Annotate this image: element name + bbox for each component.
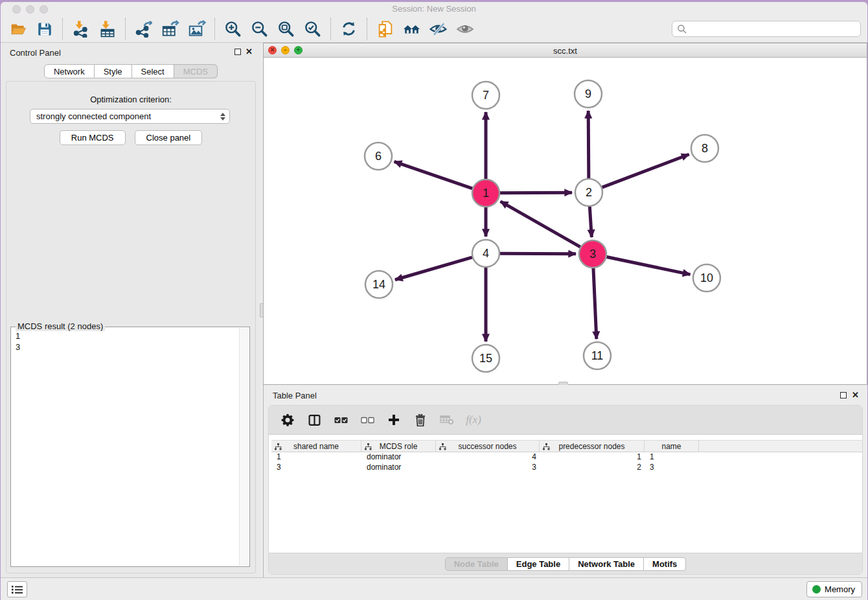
tab-network-table[interactable]: Network Table [569, 557, 644, 571]
node-14[interactable]: 14 [365, 271, 393, 298]
cell-MCDS-role[interactable]: dominator [361, 452, 436, 463]
tab-select[interactable]: Select [132, 64, 174, 78]
cell-predecessor-nodes[interactable]: 2 [540, 463, 645, 473]
edge-4-14[interactable] [395, 257, 472, 280]
cell-successor-nodes[interactable]: 4 [436, 452, 540, 463]
search-input[interactable] [687, 23, 860, 36]
import-table-button[interactable] [94, 18, 120, 40]
node-2[interactable]: 2 [575, 179, 602, 206]
save-session-button[interactable] [31, 18, 58, 40]
cell-shared-name[interactable]: 1 [271, 452, 361, 463]
status-bar: Memory [1, 577, 867, 600]
column-header-shared-name[interactable]: shared name [271, 441, 361, 452]
optimization-criterion-select[interactable]: strongly connected component [30, 109, 230, 124]
edge-3-10[interactable] [607, 257, 691, 275]
table-panel-title: Table Panel [273, 391, 317, 400]
hide-selected-button[interactable] [425, 18, 451, 40]
node-6[interactable]: 6 [365, 143, 392, 170]
node-7[interactable]: 7 [472, 82, 499, 109]
edge-3-11[interactable] [593, 268, 597, 339]
network-canvas[interactable]: 7968124314101511 [264, 58, 867, 384]
search-icon [677, 24, 687, 34]
edge-2-3[interactable] [589, 207, 591, 237]
zoom-fit-button[interactable] [273, 18, 299, 40]
control-panel-tabs: NetworkStyleSelectMCDS [1, 64, 261, 78]
close-panel-button[interactable]: Close panel [135, 130, 203, 145]
column-header-name[interactable]: name [645, 441, 699, 452]
deselect-all-columns-button[interactable] [359, 411, 376, 428]
tab-style[interactable]: Style [95, 64, 132, 78]
tab-motifs[interactable]: Motifs [644, 557, 686, 571]
table-row[interactable]: 3dominator323 [271, 463, 862, 473]
edge-2-9[interactable] [588, 111, 589, 178]
toolbar-separator [62, 18, 63, 40]
tab-mcds[interactable]: MCDS [174, 64, 218, 78]
node-4[interactable]: 4 [472, 240, 499, 267]
node-15[interactable]: 15 [472, 345, 499, 372]
search-field[interactable] [672, 21, 861, 37]
edge-2-8[interactable] [602, 154, 689, 187]
select-stepper-icon [220, 113, 227, 121]
import-network-button[interactable] [67, 18, 94, 40]
new-network-from-selection-button[interactable] [372, 18, 398, 40]
column-header-predecessor-nodes[interactable]: predecessor nodes [540, 441, 645, 452]
table-options-button[interactable] [279, 411, 296, 428]
close-panel-icon[interactable]: ✕ [246, 47, 253, 56]
home-view-button[interactable] [398, 18, 425, 40]
tab-node-table[interactable]: Node Table [445, 557, 508, 571]
edge-1-6[interactable] [394, 161, 473, 188]
show-columns-button[interactable] [306, 411, 323, 428]
edge-3-1[interactable] [501, 202, 580, 247]
tree-icon [365, 443, 372, 450]
zoom-in-button[interactable] [220, 18, 246, 40]
run-mcds-button[interactable]: Run MCDS [60, 130, 126, 145]
zoom-selected-button[interactable] [299, 18, 326, 40]
node-11[interactable]: 11 [584, 342, 611, 369]
delete-columns-button[interactable] [412, 411, 429, 428]
list-icon [12, 585, 23, 594]
cell-successor-nodes[interactable]: 3 [436, 463, 540, 473]
houses-icon [402, 21, 422, 38]
float-panel-icon[interactable] [234, 49, 241, 55]
save-icon [36, 21, 53, 38]
network-window-titlebar: ✕ − + scc.txt [264, 43, 867, 58]
task-history-button[interactable] [7, 581, 27, 597]
node-8[interactable]: 8 [691, 135, 718, 162]
refresh-button[interactable] [336, 18, 362, 40]
open-session-button[interactable] [5, 18, 31, 40]
float-table-panel-icon[interactable] [840, 392, 847, 398]
cell-name[interactable]: 3 [645, 463, 699, 473]
result-scrollbar[interactable] [239, 328, 249, 566]
column-header-MCDS-role[interactable]: MCDS role [361, 441, 436, 452]
toolbar-separator [125, 18, 126, 40]
show-all-button[interactable] [451, 18, 478, 40]
node-label: 10 [700, 271, 713, 284]
memory-button[interactable]: Memory [806, 581, 862, 597]
node-1[interactable]: 1 [472, 179, 499, 207]
cell-MCDS-role[interactable]: dominator [361, 463, 436, 473]
plus-icon [388, 414, 400, 426]
tab-network[interactable]: Network [44, 64, 95, 78]
edge-4-3[interactable] [500, 253, 576, 254]
zoom-selected-icon [304, 20, 321, 38]
cell-predecessor-nodes[interactable]: 1 [540, 452, 645, 463]
close-table-panel-icon[interactable]: ✕ [852, 390, 859, 400]
network-view-window: ✕ − + scc.txt 7968124314101511 [263, 43, 867, 385]
node-10[interactable]: 10 [693, 264, 720, 292]
node-9[interactable]: 9 [575, 80, 602, 108]
export-image-button[interactable] [183, 18, 210, 40]
export-table-button[interactable] [157, 18, 183, 40]
export-network-button[interactable] [130, 18, 157, 40]
cell-shared-name[interactable]: 3 [271, 463, 361, 473]
select-all-columns-button[interactable] [332, 411, 349, 428]
toolbar-separator [330, 18, 331, 40]
create-column-button[interactable] [385, 411, 402, 428]
zoom-out-button[interactable] [246, 18, 273, 40]
node-3[interactable]: 3 [579, 240, 606, 268]
cell-name[interactable]: 1 [645, 452, 699, 463]
table-row[interactable]: 1dominator411 [271, 452, 862, 463]
column-header-successor-nodes[interactable]: successor nodes [436, 441, 540, 452]
node-label: 9 [585, 87, 591, 100]
tab-edge-table[interactable]: Edge Table [508, 557, 569, 571]
edge-1-2[interactable] [500, 192, 572, 193]
